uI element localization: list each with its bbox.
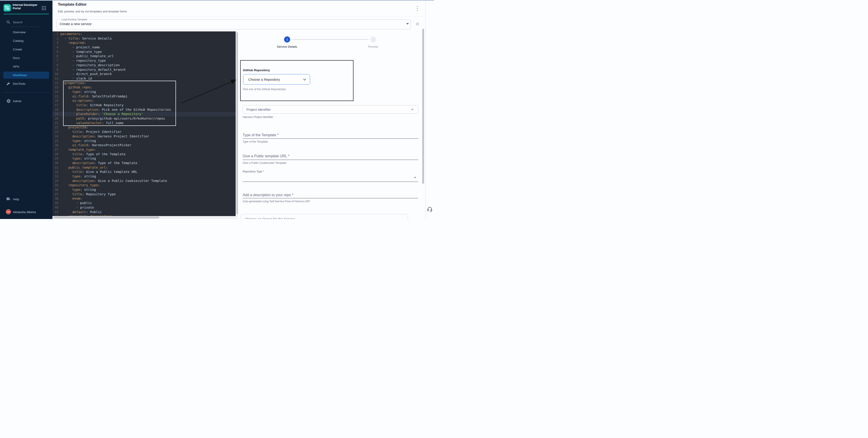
- code-line-29[interactable]: 29 type: string: [53, 157, 236, 161]
- editor-horizontal-scrollbar[interactable]: [53, 216, 236, 219]
- code-line-35[interactable]: 35 repository_type:: [53, 183, 236, 188]
- code-text: - slack_id: [60, 76, 92, 81]
- template-type-label: Type of the Template *: [243, 133, 279, 137]
- code-line-34[interactable]: 34 description: Give a Public Cookiecutt…: [53, 179, 236, 183]
- sidebar-item-label: Docs: [13, 56, 20, 60]
- stepper-step-2-label: Review: [355, 45, 391, 48]
- header-divider: [53, 16, 425, 17]
- sidebar-search[interactable]: Search: [0, 19, 53, 26]
- line-number: 9: [53, 68, 58, 72]
- code-line-5[interactable]: 5 - template_type: [53, 50, 236, 54]
- sidebar-item-label: Overview: [13, 31, 26, 34]
- sidebar-user[interactable]: HM Himanshu Mishra: [0, 208, 53, 215]
- sidebar-item-label: APIs: [13, 65, 20, 68]
- panel-scrollbar-thumb[interactable]: [422, 29, 424, 184]
- code-text: - repositoty_description: [60, 63, 120, 68]
- code-text: - direct_push_branch: [60, 72, 112, 76]
- close-icon[interactable]: [415, 22, 420, 26]
- code-text: description: Harness Project Identifier: [60, 134, 149, 139]
- code-line-8[interactable]: 8 - repositoty_description: [53, 63, 236, 68]
- code-line-33[interactable]: 33 type: string: [53, 174, 236, 179]
- stepper-step-1-circle[interactable]: 1: [284, 36, 290, 42]
- line-number: 37: [53, 192, 58, 197]
- code-line-7[interactable]: 7 - repository_type: [53, 59, 236, 63]
- app-grid-icon[interactable]: [42, 6, 46, 10]
- code-text: - title: Service Details: [60, 36, 112, 41]
- code-text: - private: [60, 205, 94, 210]
- code-line-37[interactable]: 37 title: Repository Type: [53, 192, 236, 197]
- stepper-step-2-circle[interactable]: 2: [370, 36, 376, 42]
- code-line-39[interactable]: 39 - public: [53, 201, 236, 205]
- code-text: public_template_url:: [60, 165, 108, 170]
- repo-description-input[interactable]: [243, 198, 418, 198]
- code-text: type: string: [60, 188, 96, 192]
- code-text: ui:field: HarnessProjectPicker: [60, 143, 131, 147]
- kebab-menu-icon[interactable]: [416, 6, 418, 12]
- code-line-23[interactable]: 23 title: Project Identifier: [53, 130, 236, 134]
- code-line-3[interactable]: 3 required:: [53, 41, 236, 45]
- code-line-11[interactable]: 11 - slack_id: [53, 76, 236, 81]
- search-underline: [11, 27, 40, 27]
- code-line-41[interactable]: 41 default: Public: [53, 210, 236, 214]
- dropdown-caret-icon[interactable]: [406, 23, 409, 25]
- code-line-9[interactable]: 9 - repository_default_branch: [53, 68, 236, 72]
- owner-placeholder: Choose an Owner for the Service: [245, 217, 295, 219]
- line-number: 13: [53, 85, 58, 90]
- stepper-step-1-label: Service Details: [269, 45, 305, 48]
- line-number: 15: [53, 94, 58, 99]
- editor-vertical-scrollbar-thumb[interactable]: [236, 32, 238, 214]
- sidebar-item-docs[interactable]: Docs: [3, 55, 49, 62]
- line-number: 14: [53, 90, 58, 94]
- repository-type-select[interactable]: [243, 181, 418, 182]
- code-line-26[interactable]: 26 ui:field: HarnessProjectPicker: [53, 143, 236, 147]
- project-identifier-helper: Harness Project Identifier: [243, 115, 273, 119]
- line-number: 12: [53, 81, 58, 86]
- line-number: 1: [53, 32, 58, 36]
- code-text: enum:: [60, 196, 82, 201]
- code-line-27[interactable]: 27 template_type:: [53, 147, 236, 152]
- code-line-6[interactable]: 6 - public_template_url: [53, 54, 236, 59]
- sidebar-help[interactable]: ? Help: [0, 196, 53, 202]
- repo-description-helper: Auto-generated using Self-Service-Flow o…: [243, 200, 310, 203]
- sidebar-item-devtools[interactable]: DevTools: [3, 80, 49, 87]
- sidebar-item-admin[interactable]: Admin: [0, 98, 53, 104]
- code-line-38[interactable]: 38 enum:: [53, 196, 236, 201]
- stepper-connector: [292, 39, 369, 40]
- code-line-25[interactable]: 25 type: string: [53, 139, 236, 143]
- sidebar-item-workflows[interactable]: Workflows: [3, 72, 49, 79]
- sidebar-item-catalog[interactable]: Catalog: [3, 37, 49, 44]
- line-number: 2: [53, 36, 58, 41]
- code-line-32[interactable]: 32 title: Give a Public template URL: [53, 170, 236, 174]
- code-line-31[interactable]: 31 public_template_url:: [53, 165, 236, 170]
- idp-logo[interactable]: [4, 4, 11, 11]
- sidebar-item-overview[interactable]: Overview: [3, 29, 49, 36]
- code-line-1[interactable]: 1parameters:: [53, 32, 236, 36]
- code-line-10[interactable]: 10 - direct_push_branch: [53, 72, 236, 76]
- code-line-36[interactable]: 36 type: string: [53, 188, 236, 192]
- line-number: 36: [53, 188, 58, 192]
- code-line-4[interactable]: 4 - project_name: [53, 45, 236, 50]
- editor-vertical-scrollbar[interactable]: [236, 31, 238, 219]
- owner-select[interactable]: Choose an Owner for the Service: [241, 214, 408, 219]
- line-number: 24: [53, 134, 58, 139]
- code-line-22[interactable]: 22 projectId:: [53, 125, 236, 130]
- template-type-input[interactable]: [243, 138, 418, 139]
- project-identifier-select[interactable]: Project Identifier: [243, 105, 418, 114]
- code-line-30[interactable]: 30 description: Type of the Template: [53, 161, 236, 165]
- code-line-28[interactable]: 28 title: Type of the Template: [53, 152, 236, 157]
- editor-horizontal-scrollbar-thumb[interactable]: [53, 216, 159, 218]
- sidebar-item-apis[interactable]: APIs: [3, 63, 49, 70]
- support-headset-icon[interactable]: [427, 206, 432, 212]
- code-text: - repository_default_branch: [60, 68, 126, 72]
- code-line-40[interactable]: 40 - private: [53, 205, 236, 210]
- code-line-2[interactable]: 2 - title: Service Details: [53, 36, 236, 41]
- wrench-icon: [6, 82, 10, 86]
- line-number: 26: [53, 143, 58, 147]
- code-line-24[interactable]: 24 description: Harness Project Identifi…: [53, 134, 236, 139]
- line-number: 41: [53, 210, 58, 214]
- load-template-select[interactable]: Load Existing Template: [57, 18, 411, 29]
- public-url-input[interactable]: [243, 160, 418, 160]
- line-number: 32: [53, 170, 58, 174]
- dropdown-caret-icon[interactable]: [414, 177, 416, 178]
- sidebar-item-create[interactable]: Create: [3, 46, 49, 53]
